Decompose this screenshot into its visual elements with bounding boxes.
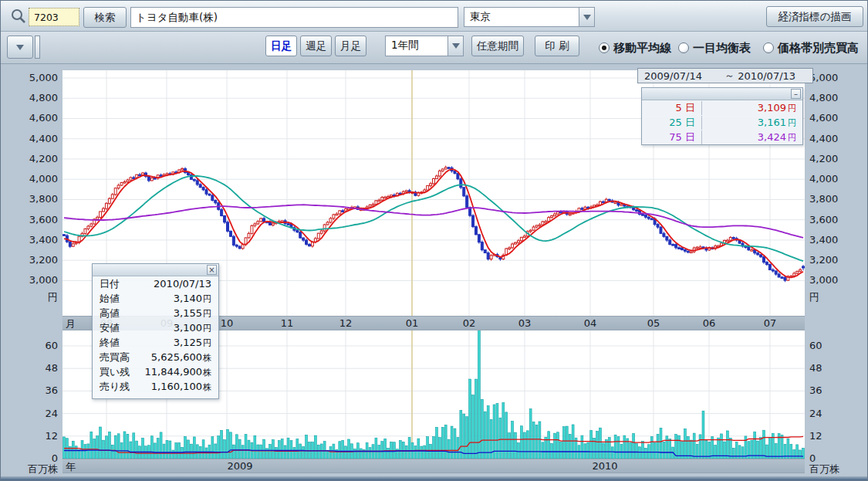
tooltip-field-value: 1,160,100株 (144, 381, 211, 393)
ohlc-tooltip: × 日付2010/07/13始値3,140円高値3,155円安値3,100円終値… (92, 263, 219, 399)
stock-code-input[interactable] (29, 8, 79, 26)
price-axis-label: 4,200 (1, 153, 58, 165)
toolbar-top: 検索 東京 経済指標の描画 (1, 1, 867, 32)
exchange-select[interactable]: 東京 (464, 7, 595, 27)
year-axis-label: 年 (66, 460, 76, 474)
tooltip-row: 安値3,100円 (93, 320, 218, 335)
radio-circle-icon[interactable] (599, 42, 610, 53)
tab-monthly[interactable]: 月足 (335, 36, 366, 56)
radio-ichimoku[interactable]: 一目均衡表 (678, 32, 751, 64)
date-range-start: 2009/07/14 (638, 70, 724, 82)
month-label: 05 (644, 317, 663, 329)
volume-axis-label: 48 (809, 362, 863, 374)
radio-circle-icon[interactable] (763, 42, 774, 53)
volume-axis-label: 24 (1, 408, 58, 420)
month-label: 07 (761, 317, 779, 329)
legend-unit: 円 (788, 103, 796, 113)
price-axis-label: 4,800 (809, 92, 863, 104)
tooltip-field-value: 11,844,900株 (144, 366, 211, 378)
tooltip-row: 始値3,140円 (93, 291, 218, 306)
search-button[interactable]: 検索 (83, 7, 127, 28)
date-range-end: 2010/07/13 (738, 70, 795, 82)
radio-label: 一目均衡表 (693, 41, 751, 56)
volume-axis-label: 12 (1, 430, 58, 442)
tooltip-unit: 株 (203, 382, 211, 392)
custom-period-button[interactable]: 任意期間 (471, 36, 524, 56)
price-axis-label: 5,000 (809, 72, 863, 84)
radio-label: 価格帯別売買高 (778, 41, 859, 56)
price-axis-label: 3,400 (809, 234, 863, 246)
legend-row: 25 日3,161円 (642, 115, 802, 130)
volume-axis-label: 36 (1, 384, 58, 397)
legend-period-label: 25 日 (642, 116, 702, 130)
volume-axis-label: 60 (1, 340, 58, 352)
year-axis-strip: 年 20092010 (62, 459, 805, 473)
chevron-down-icon[interactable] (579, 8, 594, 26)
radio-volume-by-price[interactable]: 価格帯別売買高 (763, 32, 859, 64)
price-axis-label: 3,000 (1, 274, 58, 286)
price-axis-label: 3,200 (1, 254, 58, 266)
tooltip-field-value: 3,100円 (144, 322, 211, 334)
tooltip-header[interactable]: × (93, 264, 218, 276)
radio-circle-icon[interactable] (678, 42, 689, 53)
tooltip-unit: 株 (203, 353, 211, 363)
tooltip-field-value: 3,125円 (144, 337, 211, 349)
legend-value: 3,161円 (702, 117, 802, 129)
legend-period-label: 5 日 (642, 101, 702, 115)
tab-daily[interactable]: 日足 (265, 36, 297, 56)
tooltip-field-value: 2010/07/13 (144, 278, 211, 290)
range-value: 1年間 (386, 36, 448, 56)
chevron-down-icon (16, 45, 24, 50)
legend-value: 3,109円 (702, 102, 802, 114)
window-bottom-edge (1, 476, 867, 480)
close-icon[interactable]: × (207, 265, 217, 275)
range-select[interactable]: 1年間 (385, 36, 464, 56)
chevron-down-icon[interactable] (448, 36, 463, 56)
minimize-icon[interactable]: – (791, 89, 801, 99)
price-axis-label: 4,200 (809, 153, 863, 165)
tooltip-row: 高値3,155円 (93, 306, 218, 320)
year-label: 2009 (225, 460, 255, 472)
tooltip-field-label: 売買高 (100, 351, 144, 364)
tooltip-row: 売り残1,160,100株 (93, 379, 218, 394)
year-label: 2010 (589, 460, 620, 472)
tooltip-field-label: 買い残 (100, 365, 144, 379)
volume-axis-label: 36 (809, 384, 863, 397)
radio-moving-average[interactable]: 移動平均線 (599, 32, 671, 64)
search-icon (10, 8, 27, 25)
date-range-separator: ～ (724, 69, 735, 83)
month-label: 02 (460, 317, 478, 329)
price-axis-label: 5,000 (1, 72, 58, 84)
tooltip-field-label: 売り残 (100, 380, 144, 394)
price-axis-label: 4,600 (809, 112, 863, 124)
tooltip-unit: 株 (203, 368, 211, 378)
legend-unit: 円 (788, 118, 796, 128)
price-axis-label: 3,000 (809, 274, 863, 286)
price-axis-label: 4,400 (809, 133, 863, 145)
volume-axis-label: 12 (809, 430, 863, 442)
tooltip-field-label: 高値 (100, 307, 144, 320)
print-button[interactable]: 印 刷 (535, 36, 579, 56)
legend-row: 5 日3,109円 (642, 100, 802, 115)
tab-weekly[interactable]: 週足 (300, 36, 332, 56)
panel-splitter-handle[interactable] (35, 36, 40, 59)
tooltip-field-label: 安値 (100, 321, 144, 335)
legend-header[interactable]: – (642, 88, 802, 100)
stock-chart-app: 検索 東京 経済指標の描画 日足 週足 月足 1年間 任意期間 印 刷 移動平均… (0, 0, 868, 481)
economic-indicator-button[interactable]: 経済指標の描画 (766, 6, 863, 27)
month-label: 01 (403, 317, 421, 329)
volume-axis-unit: 百万株 (1, 463, 58, 476)
tooltip-unit: 円 (203, 323, 211, 334)
panel-collapse-button[interactable] (7, 36, 33, 59)
radio-label: 移動平均線 (613, 41, 671, 56)
volume-axis-unit: 百万株 (809, 463, 863, 476)
tooltip-unit: 円 (203, 309, 211, 319)
legend-value: 3,424円 (702, 131, 802, 144)
chart-region: 月 080910111201020304050607 年 20092010 20… (1, 64, 867, 480)
tooltip-field-value: 5,625,600株 (144, 351, 211, 364)
price-axis-unit: 円 (809, 291, 863, 303)
stock-name-input[interactable] (130, 7, 458, 28)
month-label: 03 (515, 317, 534, 329)
tooltip-row: 売買高5,625,600株 (93, 350, 218, 364)
price-axis-label: 4,000 (809, 173, 863, 185)
